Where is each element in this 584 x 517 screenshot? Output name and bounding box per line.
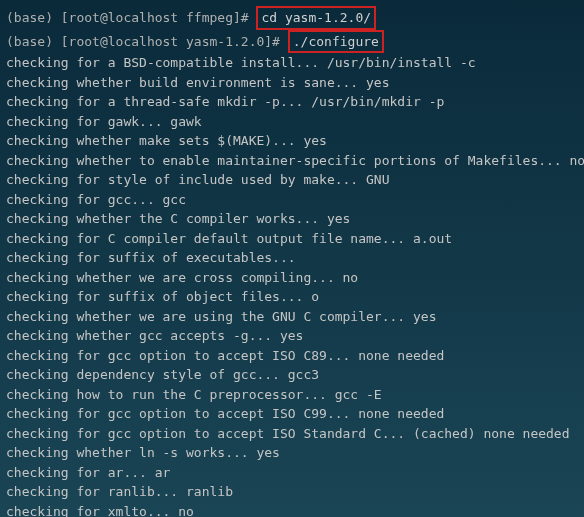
output-line: checking for C compiler default output f…	[6, 229, 578, 249]
output-line: checking for suffix of executables...	[6, 248, 578, 268]
output-line: checking for gcc option to accept ISO C8…	[6, 346, 578, 366]
output-line: checking whether to enable maintainer-sp…	[6, 151, 578, 171]
prompt-line-2: (base) [root@localhost yasm-1.2.0]# ./co…	[6, 30, 578, 54]
prompt-env: (base)	[6, 34, 61, 49]
output-line: checking for xmlto... no	[6, 502, 578, 518]
command-highlight-cd: cd yasm-1.2.0/	[256, 6, 376, 30]
output-line: checking for gawk... gawk	[6, 112, 578, 132]
command-highlight-configure: ./configure	[288, 30, 384, 54]
output-line: checking dependency style of gcc... gcc3	[6, 365, 578, 385]
output-line: checking whether make sets $(MAKE)... ye…	[6, 131, 578, 151]
output-line: checking whether build environment is sa…	[6, 73, 578, 93]
prompt-user-host: [root@localhost ffmpeg]#	[61, 10, 257, 25]
output-line: checking for gcc option to accept ISO C9…	[6, 404, 578, 424]
output-line: checking for gcc option to accept ISO St…	[6, 424, 578, 444]
output-line: checking for a thread-safe mkdir -p... /…	[6, 92, 578, 112]
output-line: checking whether we are using the GNU C …	[6, 307, 578, 327]
output-line: checking for ranlib... ranlib	[6, 482, 578, 502]
prompt-user-host: [root@localhost yasm-1.2.0]#	[61, 34, 288, 49]
output-line: checking for style of include used by ma…	[6, 170, 578, 190]
output-line: checking whether gcc accepts -g... yes	[6, 326, 578, 346]
prompt-line-1: (base) [root@localhost ffmpeg]# cd yasm-…	[6, 6, 578, 30]
output-line: checking whether we are cross compiling.…	[6, 268, 578, 288]
output-line: checking for a BSD-compatible install...…	[6, 53, 578, 73]
output-line: checking how to run the C preprocessor..…	[6, 385, 578, 405]
output-line: checking whether the C compiler works...…	[6, 209, 578, 229]
output-line: checking for ar... ar	[6, 463, 578, 483]
prompt-env: (base)	[6, 10, 61, 25]
output-line: checking for gcc... gcc	[6, 190, 578, 210]
output-line: checking whether ln -s works... yes	[6, 443, 578, 463]
output-line: checking for suffix of object files... o	[6, 287, 578, 307]
